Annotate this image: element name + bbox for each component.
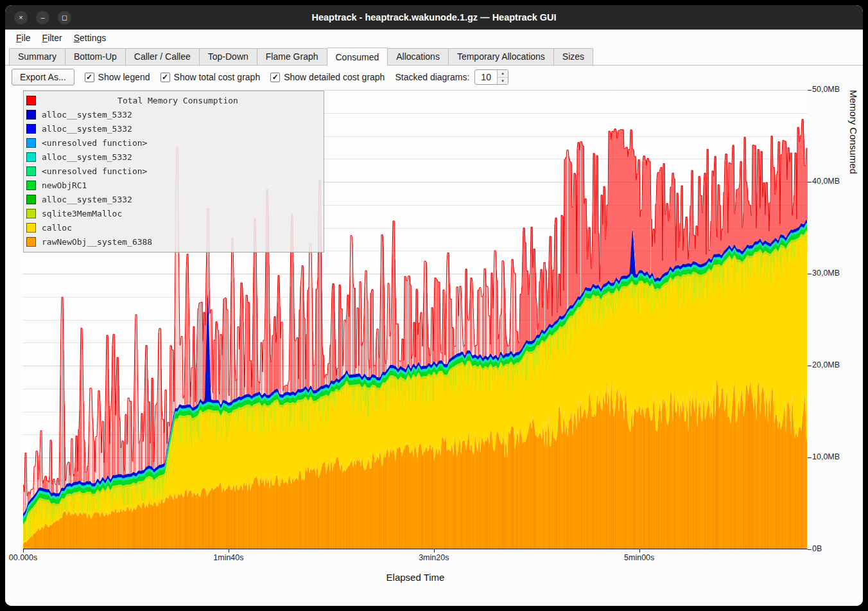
- legend-item: alloc__system_5332: [26, 192, 320, 206]
- check-icon: ✓: [162, 73, 168, 81]
- legend-item-swatch: [26, 223, 36, 233]
- legend-item-label: alloc__system_5332: [42, 152, 132, 162]
- legend-title-row: Total Memory Consumption: [26, 93, 320, 107]
- legend-item-swatch: [26, 209, 36, 218]
- check-icon: ✓: [86, 73, 92, 81]
- spinbox-down-button[interactable]: ▾: [498, 78, 508, 85]
- checkbox[interactable]: ✓: [270, 73, 280, 82]
- minimize-button[interactable]: –: [36, 11, 49, 24]
- y-tick-label: 20,0MB: [812, 360, 840, 369]
- checkbox-row[interactable]: ✓ Show legend: [85, 72, 150, 82]
- tab-allocations[interactable]: Allocations: [387, 48, 449, 65]
- x-tick-label: 00.000s: [9, 553, 37, 562]
- y-tick-mark: [808, 90, 812, 91]
- stacked-diagrams-spinbox[interactable]: 10 ▴ ▾: [474, 69, 508, 85]
- tab-label: Caller / Callee: [134, 51, 191, 62]
- y-tick-mark: [808, 366, 812, 366]
- legend-item-swatch: [26, 181, 36, 190]
- tab-bottom-up[interactable]: Bottom-Up: [65, 48, 126, 65]
- tab-top-down[interactable]: Top-Down: [199, 48, 257, 65]
- checkbox-row[interactable]: ✓ Show detailed cost graph: [270, 72, 385, 82]
- y-tick-mark: [808, 274, 812, 274]
- y-tick-mark: [808, 457, 812, 458]
- tab-label: Bottom-Up: [74, 51, 117, 62]
- menu-file[interactable]: File: [10, 31, 37, 45]
- window-title: Heaptrack - heaptrack.wakunode.1.gz — He…: [311, 12, 556, 22]
- x-tick-mark: [639, 549, 640, 553]
- menu-filter[interactable]: Filter: [37, 31, 68, 45]
- legend-item: alloc__system_5332: [26, 150, 320, 164]
- menu-settings[interactable]: Settings: [68, 31, 112, 45]
- y-tick-label: 50,0MB: [812, 85, 840, 94]
- tab-flame-graph[interactable]: Flame Graph: [257, 48, 327, 65]
- y-tick-label: 30,0MB: [812, 269, 840, 278]
- tab-label: Summary: [18, 51, 56, 62]
- tab-summary[interactable]: Summary: [9, 48, 65, 65]
- close-button[interactable]: ×: [14, 11, 28, 24]
- tab-label: Temporary Allocations: [457, 51, 545, 62]
- x-tick-mark: [434, 549, 435, 553]
- legend-item: calloc: [26, 220, 320, 235]
- legend-item-swatch: [26, 110, 36, 120]
- legend-item: <unresolved function>: [26, 164, 320, 178]
- y-tick-mark: [808, 549, 812, 550]
- legend-item-label: <unresolved function>: [42, 138, 147, 148]
- x-tick-mark: [23, 549, 24, 553]
- legend-title-swatch: [26, 96, 36, 105]
- legend-title: Total Memory Consumption: [36, 96, 320, 105]
- tab-bar: Summary Bottom-Up Caller / Callee Top-Do…: [5, 46, 863, 66]
- legend-item-swatch: [26, 152, 36, 162]
- legend-item-label: newObjRC1: [42, 181, 87, 190]
- tab-temporary-allocations[interactable]: Temporary Allocations: [448, 48, 554, 65]
- legend-item-swatch: [26, 138, 36, 148]
- legend-item-label: calloc: [42, 223, 72, 233]
- x-tick-label: 5min00s: [624, 553, 654, 562]
- maximize-button[interactable]: ◻: [58, 11, 71, 24]
- menu-bar: File Filter Settings: [5, 30, 863, 46]
- menu-item-label: Filter: [42, 33, 62, 43]
- legend-item-label: alloc__system_5332: [42, 195, 132, 204]
- legend-item: alloc__system_5332: [26, 107, 320, 121]
- legend-item: newObjRC1: [26, 178, 320, 192]
- checkbox-label: Show detailed cost graph: [284, 72, 385, 82]
- tab-label: Sizes: [562, 51, 584, 62]
- checkbox-row[interactable]: ✓ Show total cost graph: [161, 72, 261, 82]
- chart-legend: Total Memory Consumption alloc__system_5…: [23, 91, 324, 252]
- window-button-icon: ◻: [62, 14, 67, 21]
- checkbox[interactable]: ✓: [85, 73, 94, 82]
- export-as-button[interactable]: Export As...: [12, 69, 74, 85]
- legend-item: sqlite3MemMalloc: [26, 206, 320, 220]
- check-icon: ✓: [272, 73, 279, 81]
- spinbox-value: 10: [475, 70, 497, 84]
- spinbox-up-button[interactable]: ▴: [498, 70, 508, 78]
- legend-item-swatch: [26, 237, 36, 247]
- legend-item: <unresolved function>: [26, 136, 320, 150]
- tab-label: Top-Down: [208, 51, 248, 62]
- legend-item-label: <unresolved function>: [42, 166, 147, 176]
- toolbar: Export As... ✓ Show legend ✓ Show total …: [5, 66, 863, 89]
- tab-label: Allocations: [396, 51, 440, 62]
- title-bar: × – ◻ Heaptrack - heaptrack.wakunode.1.g…: [5, 5, 863, 30]
- checkbox[interactable]: ✓: [161, 73, 170, 82]
- tab-sizes[interactable]: Sizes: [553, 48, 593, 65]
- app-window: × – ◻ Heaptrack - heaptrack.wakunode.1.g…: [5, 5, 863, 606]
- spinbox-buttons: ▴ ▾: [497, 70, 508, 84]
- x-axis-title: Elapsed Time: [23, 572, 808, 583]
- x-tick-label: 1min40s: [213, 553, 243, 562]
- window-button-icon: –: [40, 14, 44, 21]
- legend-item-label: alloc__system_5332: [42, 110, 132, 120]
- legend-item-label: rawNewObj__system_6388: [42, 237, 152, 247]
- stacked-diagrams-group: Stacked diagrams: 10 ▴ ▾: [395, 69, 508, 85]
- tab-consumed[interactable]: Consumed: [327, 48, 388, 66]
- y-tick-label: 10,0MB: [812, 452, 840, 461]
- legend-item-swatch: [26, 124, 36, 134]
- tab-caller-callee[interactable]: Caller / Callee: [125, 48, 200, 65]
- checkbox-label: Show legend: [98, 72, 150, 82]
- tab-label: Flame Graph: [266, 51, 318, 62]
- stacked-diagrams-label: Stacked diagrams:: [395, 72, 469, 82]
- window-button-icon: ×: [19, 14, 22, 21]
- legend-item: alloc__system_5332: [26, 121, 320, 136]
- legend-item-label: sqlite3MemMalloc: [42, 209, 122, 218]
- legend-item-swatch: [26, 195, 36, 204]
- legend-item-swatch: [26, 166, 36, 176]
